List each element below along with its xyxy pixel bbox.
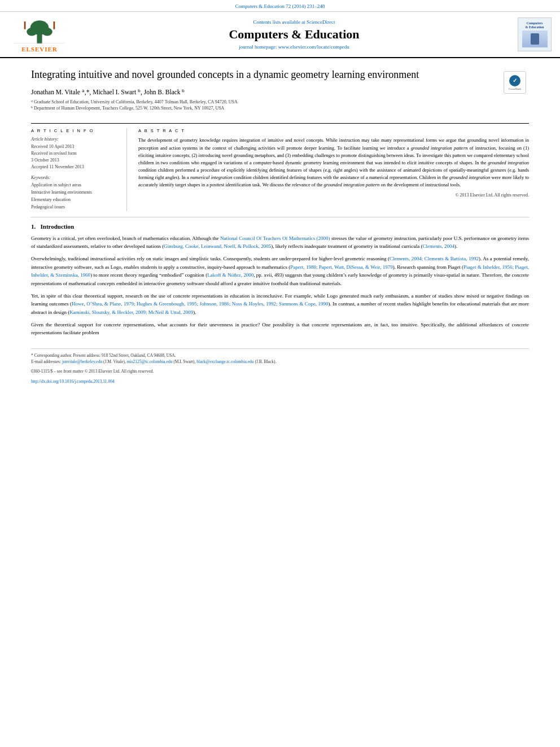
revised-date: 3 October 2013 [31, 157, 118, 164]
elsevier-text-label: ELSEVIER [21, 46, 58, 53]
email2-name: (M.I. Swart), [173, 359, 195, 364]
papert-ref[interactable]: Papert, 1980; Papert, Watt, DiSessa, & W… [290, 264, 392, 270]
history-title: Article history: [31, 137, 118, 142]
abstract-label: A B S T R A C T [138, 128, 529, 133]
journal-url-label: journal homepage: [239, 44, 277, 50]
paper-title-section: Integrating intuitive and novel grounded… [31, 58, 529, 117]
footnote-section: * Corresponding author. Present address:… [31, 348, 529, 385]
affiliation-a: ᵃ Graduate School of Education, Universi… [31, 99, 495, 104]
intro-para-2: Overwhelmingly, traditional instructiona… [31, 255, 529, 287]
paper-body: Integrating intuitive and novel grounded… [0, 58, 560, 385]
paper-title: Integrating intuitive and novel grounded… [31, 68, 495, 81]
doi-link[interactable]: http://dx.doi.org/10.1016/j.compedu.2013… [31, 379, 115, 384]
authors-line: Jonathan M. Vitale ᵃ,*, Michael I. Swart… [31, 88, 495, 96]
accepted-date: Accepted 11 November 2013 [31, 164, 118, 171]
abstract-text: The development of geometry knowledge re… [138, 137, 529, 189]
issn-text: 0360-1315/$ – see front matter © 2013 El… [31, 369, 154, 374]
intro-title: Introduction [41, 223, 75, 230]
journal-url-link[interactable]: www.elsevier.com/locate/compedu [278, 44, 349, 50]
article-history-block: Article history: Received 10 April 2013 … [31, 137, 118, 171]
received-date-1: Received 10 April 2013 [31, 143, 118, 150]
keywords-title: Keywords: [31, 175, 118, 180]
lakoff-ref[interactable]: Lakoff & Núñez, 2000 [207, 272, 253, 278]
svg-point-3 [42, 28, 53, 36]
email-label: E-mail addresses: [31, 359, 61, 364]
ginsburg-ref[interactable]: Ginsburg, Cooke, Leinwand, Noell, & Poll… [164, 243, 271, 249]
svg-rect-0 [37, 34, 42, 43]
keyword-3: Elementary education [31, 196, 118, 204]
article-info-abstract-section: A R T I C L E I N F O Article history: R… [31, 123, 529, 211]
intro-para-1: Geometry is a critical, yet often overlo… [31, 234, 529, 251]
journal-title: Computers & Education [73, 27, 515, 42]
keyword-1: Application in subject areas [31, 182, 118, 189]
kaminski-ref[interactable]: Kaminski, Sloutsky, & Heckler, 2009; McN… [69, 309, 193, 315]
article-info-label: A R T I C L E I N F O [31, 128, 118, 133]
copyright-line: © 2013 Elsevier Ltd. All rights reserved… [138, 193, 529, 198]
journal-header: ELSEVIER Contents lists available at Sci… [0, 12, 560, 58]
keywords-block: Keywords: Application in subject areas I… [31, 175, 118, 211]
introduction-section: 1. Introduction Geometry is a critical, … [31, 223, 529, 337]
crossmark-logo: ✓ CrossMark [504, 71, 529, 94]
section-divider [31, 217, 529, 217]
journal-center-info: Contents lists available at ScienceDirec… [73, 19, 515, 50]
email-link-3[interactable]: black@exchange.tc.columbia.edu [196, 359, 253, 364]
intro-para-4: Given the theoretical support for concre… [31, 321, 529, 337]
clements-2004-ref[interactable]: Clements, 2004 [422, 243, 454, 249]
corresponding-author: * Corresponding author. Present address:… [31, 352, 529, 359]
email1-name: (J.M. Vitale), [103, 359, 126, 364]
nctm-link[interactable]: National Council Of Teachers Of Mathemat… [220, 235, 330, 241]
article-info-column: A R T I C L E I N F O Article history: R… [31, 128, 127, 211]
email-link-1[interactable]: junvitale@berkeley.edu [62, 359, 102, 364]
issn-line: 0360-1315/$ – see front matter © 2013 El… [31, 368, 529, 374]
svg-rect-4 [24, 21, 26, 29]
svg-rect-5 [54, 21, 55, 29]
abstract-column: A B S T R A C T The development of geome… [138, 128, 529, 211]
contents-text: Contents lists available at [253, 19, 305, 25]
journal-citation: Computers & Education 72 (2014) 231–248 [235, 3, 325, 9]
affiliation-b: ᵇ Department of Human Development, Teach… [31, 106, 495, 111]
authors: Jonathan M. Vitale ᵃ,*, Michael I. Swart… [31, 89, 185, 95]
journal-cover-box: Computers& Education [518, 18, 552, 51]
sciencedirect-link[interactable]: ScienceDirect [307, 19, 335, 25]
contents-available-line: Contents lists available at ScienceDirec… [73, 19, 515, 25]
keyword-2: Interactive learning environments [31, 189, 118, 196]
crossmark-box: ✓ CrossMark [504, 71, 526, 94]
elsevier-tree-icon [11, 16, 68, 45]
howe-ref[interactable]: Howe, O’Shea, & Plane, 1979; Hughes & Gr… [72, 301, 329, 307]
elsevier-logo: ELSEVIER [6, 16, 73, 53]
email-addresses-line: E-mail addresses: junvitale@berkeley.edu… [31, 359, 529, 365]
journal-cover-logo: Computers& Education [515, 18, 554, 51]
keyword-4: Pedagogical issues [31, 204, 118, 211]
doi-line: http://dx.doi.org/10.1016/j.compedu.2013… [31, 378, 529, 385]
revised-label: Received in revised form [31, 150, 118, 157]
svg-point-2 [27, 28, 37, 36]
paper-title-text: Integrating intuitive and novel grounded… [31, 68, 495, 112]
piaget-ref[interactable]: Piaget & Inhelder, 1956; Piaget, Inhelde… [31, 264, 529, 278]
intro-para-3: Yet, in spite of this clear theoretical … [31, 292, 529, 316]
email3-name: (J.B. Black). [255, 359, 276, 364]
intro-heading: 1. Introduction [31, 223, 529, 230]
intro-number: 1. [31, 223, 36, 230]
journal-citation-bar: Computers & Education 72 (2014) 231–248 [0, 0, 560, 12]
clements-battista-ref[interactable]: Clements, 2004; Clements & Battista, 199… [390, 256, 479, 261]
journal-url-line: journal homepage: www.elsevier.com/locat… [73, 44, 515, 50]
email-link-2[interactable]: mis2125@tc.columbia.edu [127, 359, 173, 364]
